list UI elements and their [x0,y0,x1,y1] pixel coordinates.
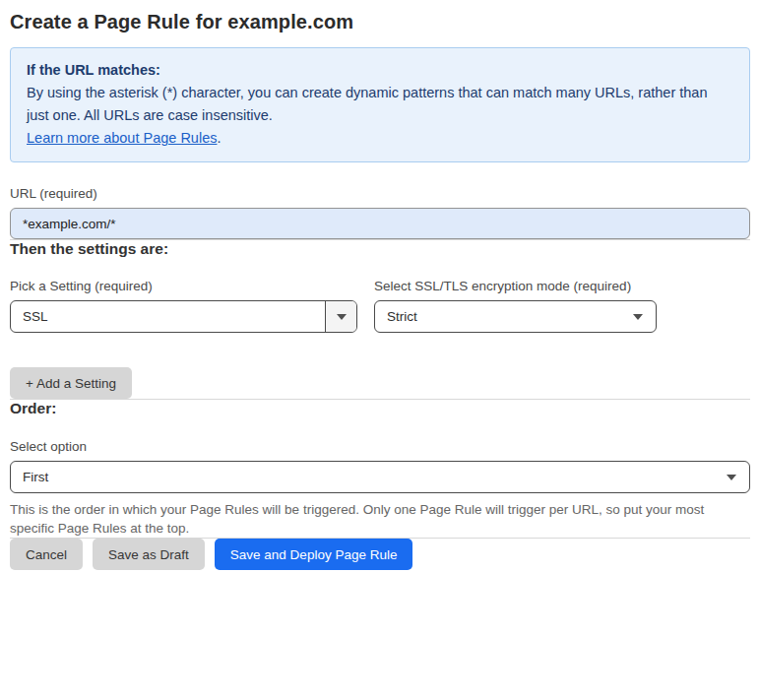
order-select[interactable]: First [10,461,750,493]
chevron-down-icon [727,475,736,480]
url-label: URL (required) [10,186,750,201]
add-setting-button[interactable]: + Add a Setting [10,367,132,399]
learn-more-page-rules-link[interactable]: Learn more about Page Rules [27,130,217,146]
settings-selects-row: Pick a Setting (required) SSL Select SSL… [10,279,750,333]
pick-setting-group: Pick a Setting (required) SSL [10,279,357,333]
pick-setting-dropdown-button[interactable] [325,301,356,332]
pick-setting-label: Pick a Setting (required) [10,279,357,293]
chevron-down-icon [337,314,347,320]
encryption-mode-select[interactable]: Strict [374,300,657,333]
pick-setting-select-value: SSL [11,309,48,324]
cancel-button[interactable]: Cancel [10,539,83,570]
encryption-mode-select-value: Strict [375,309,417,324]
encryption-mode-label: Select SSL/TLS encryption mode (required… [374,279,657,293]
url-field-group: URL (required) [10,186,750,239]
url-match-info-box: If the URL matches: By using the asteris… [10,47,750,162]
save-as-draft-button[interactable]: Save as Draft [93,539,205,570]
info-box-link-line: Learn more about Page Rules. [27,127,733,150]
info-box-body: By using the asterisk (*) character, you… [27,82,733,127]
encryption-mode-group: Select SSL/TLS encryption mode (required… [374,279,657,333]
chevron-down-icon [633,314,643,320]
settings-section-heading: Then the settings are: [10,240,750,258]
order-select-value: First [11,470,48,484]
order-section-heading: Order: [10,400,750,417]
order-help-text: This is the order in which your Page Rul… [10,500,750,538]
link-suffix-period: . [217,130,221,146]
footer-actions: Cancel Save as Draft Save and Deploy Pag… [10,539,750,570]
order-select-label: Select option [10,439,750,454]
save-and-deploy-button[interactable]: Save and Deploy Page Rule [215,539,413,570]
pick-setting-select[interactable]: SSL [10,300,357,333]
url-input[interactable] [10,208,750,239]
create-page-rule-form: Create a Page Rule for example.com If th… [0,0,760,584]
info-box-heading: If the URL matches: [27,59,733,82]
order-select-group: Select option First This is the order in… [10,439,750,538]
page-title: Create a Page Rule for example.com [10,8,750,35]
